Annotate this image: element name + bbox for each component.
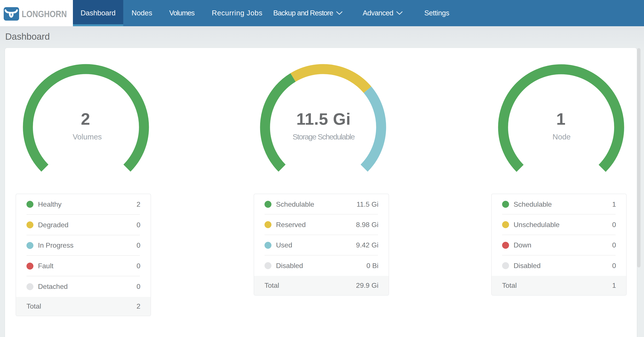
svg-text:LONGHORN: LONGHORN <box>22 9 67 19</box>
